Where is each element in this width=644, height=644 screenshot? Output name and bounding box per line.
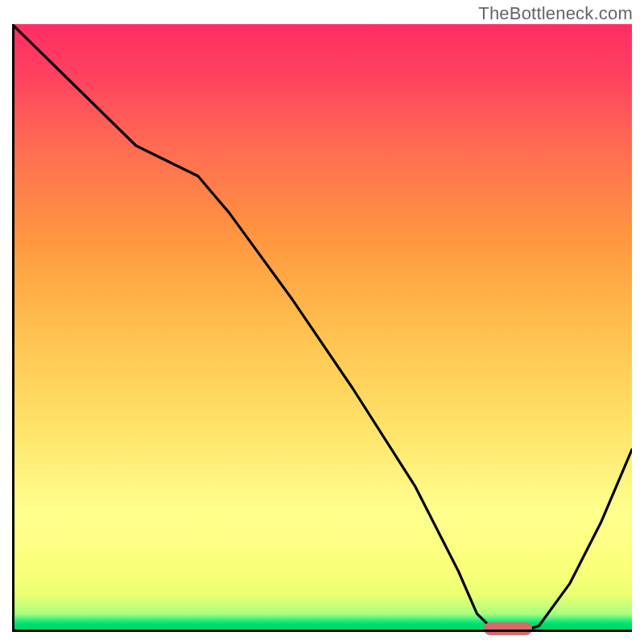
gradient-background xyxy=(12,24,632,632)
bottleneck-chart: TheBottleneck.com xyxy=(0,0,644,644)
watermark-text: TheBottleneck.com xyxy=(478,3,633,24)
optimal-marker xyxy=(484,622,532,635)
